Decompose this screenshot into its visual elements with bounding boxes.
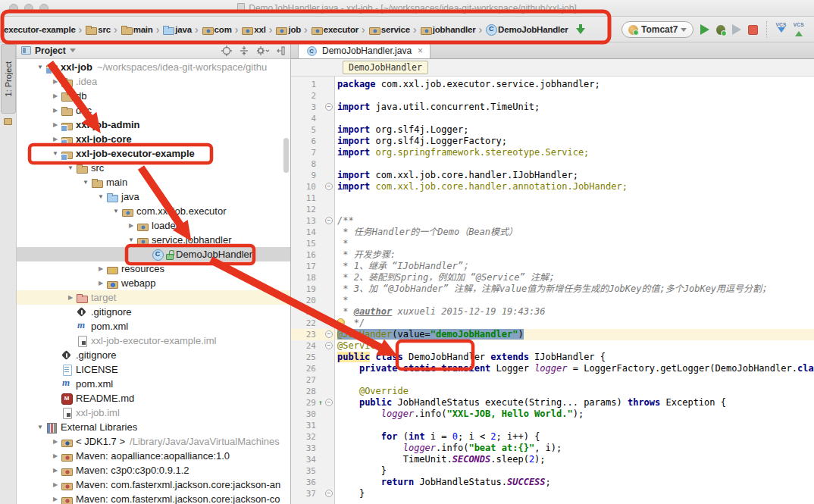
code-line[interactable]: */ <box>335 318 814 329</box>
tree-chevron-icon[interactable] <box>50 78 61 85</box>
tree-chevron-icon[interactable] <box>95 193 106 200</box>
code-line[interactable]: public JobHandleStatus execute(String...… <box>335 397 814 409</box>
tree-row[interactable]: xxl-job-admin <box>17 117 290 132</box>
tree-chevron-icon[interactable] <box>50 496 61 502</box>
fold-icon[interactable] <box>325 103 333 111</box>
tree-chevron-icon[interactable] <box>50 481 61 488</box>
hide-panel-icon[interactable] <box>277 45 286 56</box>
code-line[interactable]: * 开发步骤: <box>335 249 814 261</box>
breadcrumb-item[interactable]: main <box>120 22 154 37</box>
tree-row[interactable]: resources <box>17 261 290 276</box>
breadcrumb-item[interactable]: jobhandler <box>419 22 477 37</box>
breadcrumb-item[interactable]: xxl <box>240 22 266 37</box>
code-line[interactable]: logger.info("XXL-JOB, Hello World."); <box>335 409 814 420</box>
tree-row[interactable]: .gitignore <box>17 305 290 319</box>
override-marker-icon[interactable] <box>317 399 324 406</box>
tree-row[interactable]: com.xxl.job.executor <box>17 204 290 218</box>
vcs-update-button[interactable]: VCS <box>775 23 786 37</box>
breadcrumb-item[interactable]: src <box>84 22 111 37</box>
tree-chevron-icon[interactable] <box>50 107 61 114</box>
tree-row[interactable]: README.md <box>17 391 290 405</box>
code-line[interactable]: @JobHander(value="demoJobHandler") <box>335 329 814 340</box>
editor-tab[interactable]: DemoJobHandler.java × <box>298 42 430 58</box>
tree-row[interactable]: xxl-job~/workspaces/idea-git-workspace/g… <box>17 60 290 74</box>
code-line[interactable]: * 1、继承 “IJobHandler”； <box>335 261 814 272</box>
chevron-down-icon[interactable] <box>70 49 76 55</box>
tree-row[interactable]: pom.xml <box>17 319 290 333</box>
fold-icon[interactable] <box>325 183 333 190</box>
context-class-chip[interactable]: DemoJobHandler <box>343 61 428 74</box>
run-configuration-select[interactable]: Tomcat7 <box>621 21 693 38</box>
gear-settings-icon[interactable] <box>256 45 270 56</box>
tree-row[interactable]: DemoJobHandler <box>17 247 290 261</box>
code-line[interactable]: @Override <box>335 386 814 397</box>
locate-target-icon[interactable] <box>221 45 232 56</box>
code-line[interactable]: for (int i = 0; i < 2; i++) { <box>335 431 814 443</box>
close-tab-icon[interactable]: × <box>418 45 423 56</box>
tree-chevron-icon[interactable] <box>95 265 106 272</box>
tree-row[interactable]: db <box>17 89 290 103</box>
fold-icon[interactable] <box>325 399 333 406</box>
tree-row[interactable]: Maven: com.fasterxml.jackson.core:jackso… <box>17 477 290 492</box>
code-line[interactable]: import org.slf4j.Logger; <box>335 124 814 136</box>
tree-row[interactable]: main <box>17 175 290 189</box>
tree-row[interactable]: Maven: c3p0:c3p0:0.9.1.2 <box>17 463 290 477</box>
code-line[interactable] <box>335 90 814 102</box>
code-line[interactable]: * <box>335 238 814 249</box>
zoom-window-button[interactable] <box>39 4 49 13</box>
breadcrumb-item[interactable]: executor <box>310 22 359 37</box>
tree-chevron-icon[interactable] <box>126 236 136 243</box>
code-line[interactable]: logger.info("beat at:{}", i); <box>335 443 814 454</box>
code-line[interactable]: * 任务Handler的一个Demo（Bean模式） <box>335 227 814 238</box>
minimize-window-button[interactable] <box>24 4 33 13</box>
collapse-all-icon[interactable] <box>239 45 249 56</box>
tree-row[interactable]: Maven: aopalliance:aopalliance:1.0 <box>17 449 290 463</box>
code-line[interactable]: TimeUnit.SECONDS.sleep(2); <box>335 454 814 465</box>
fold-icon[interactable] <box>325 330 333 338</box>
tree-row[interactable]: Maven: com.fasterxml.jackson.core:jackso… <box>17 492 290 504</box>
code-line[interactable]: @Service <box>335 340 814 352</box>
tree-row[interactable]: loader <box>17 218 290 233</box>
tree-chevron-icon[interactable] <box>50 467 61 474</box>
code-line[interactable]: * 2、装配到Spring，例如加 “@Service” 注解； <box>335 272 814 283</box>
code-line[interactable]: /** <box>335 215 814 227</box>
tree-chevron-icon[interactable] <box>126 222 136 229</box>
run-with-coverage-button[interactable] <box>732 24 741 35</box>
code-line[interactable]: import org.springframework.stereotype.Se… <box>335 147 814 158</box>
code-line[interactable] <box>335 374 814 386</box>
vcs-commit-button[interactable]: VCS <box>794 23 804 37</box>
code-line[interactable] <box>335 158 814 170</box>
tree-scrollbar[interactable] <box>283 138 289 173</box>
tree-row[interactable]: webapp <box>17 276 290 290</box>
tree-chevron-icon[interactable] <box>50 136 61 142</box>
breadcrumb-item[interactable]: job <box>274 22 302 37</box>
stop-button[interactable] <box>748 25 758 35</box>
project-tool-window-tab[interactable]: 1: Project <box>1 44 16 114</box>
tree-chevron-icon[interactable] <box>80 179 91 186</box>
fold-icon[interactable] <box>325 342 333 349</box>
code-line[interactable]: * @author xuxueli 2015-12-19 19:43:36 <box>335 306 814 318</box>
tree-chevron-icon[interactable] <box>65 294 76 301</box>
breadcrumb-item[interactable]: java <box>161 22 193 37</box>
tree-chevron-icon[interactable] <box>111 208 121 214</box>
tree-chevron-icon[interactable] <box>50 92 61 99</box>
tree-row[interactable]: .gitignore <box>17 348 290 362</box>
tree-row[interactable]: service.jobhandler <box>17 233 290 247</box>
tree-row[interactable]: xxl-job-executor-example.iml <box>17 333 290 348</box>
code-line[interactable]: import org.slf4j.LoggerFactory; <box>335 136 814 147</box>
tree-chevron-icon[interactable] <box>65 164 76 171</box>
tree-row[interactable]: .idea <box>17 74 290 89</box>
code-line[interactable]: return JobHandleStatus.SUCCESS; <box>335 477 814 488</box>
code-line[interactable]: } <box>335 465 814 477</box>
debug-button[interactable] <box>716 25 725 35</box>
code-line[interactable]: package com.xxl.job.executor.service.job… <box>335 79 814 90</box>
code-line[interactable] <box>335 420 814 431</box>
tree-chevron-icon[interactable] <box>50 452 61 459</box>
tree-row[interactable]: < JDK1.7 >/Library/Java/JavaVirtualMachi… <box>17 434 290 449</box>
tree-row[interactable]: target <box>17 290 290 305</box>
code-editor[interactable]: package com.xxl.job.executor.service.job… <box>335 77 814 504</box>
code-line[interactable] <box>335 113 814 124</box>
tree-row[interactable]: xxl-job-executor-example <box>17 146 290 161</box>
tree-chevron-icon[interactable] <box>50 438 61 445</box>
tree-row[interactable]: java <box>17 189 290 204</box>
